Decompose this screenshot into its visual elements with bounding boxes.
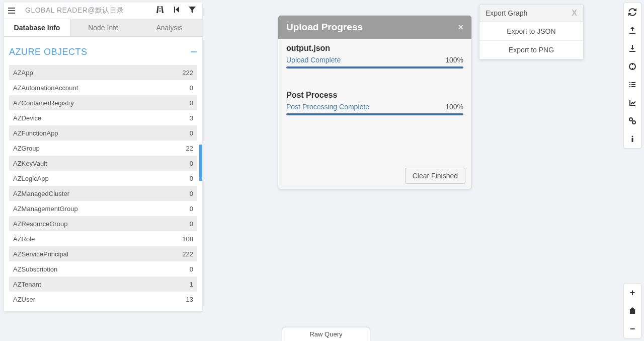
object-name: AZResourceGroup [9, 216, 158, 231]
close-icon[interactable]: × [458, 22, 463, 33]
clear-finished-button[interactable]: Clear Finished [405, 168, 465, 184]
tab-database-info[interactable]: Database Info [4, 19, 70, 36]
raw-query-toggle[interactable]: Raw Query [282, 327, 370, 341]
header-icons [156, 6, 198, 16]
download-icon[interactable] [624, 39, 641, 57]
svg-point-3 [632, 136, 633, 138]
upload-progress-fill [286, 66, 463, 69]
tab-label: Node Info [88, 24, 119, 32]
upload-status-row: Upload Complete 100% [286, 56, 463, 64]
post-status: Post Processing Complete [286, 103, 369, 111]
close-icon[interactable]: X [572, 9, 577, 18]
object-name: AZFunctionApp [9, 125, 158, 141]
upload-icon[interactable] [624, 21, 641, 39]
upload-body: output.json Upload Complete 100% Post Pr… [278, 39, 471, 163]
table-row[interactable]: AZApp222 [9, 65, 197, 80]
upload-footer: Clear Finished [278, 163, 471, 189]
filter-icon[interactable] [188, 6, 196, 16]
object-name: AZLogicApp [9, 171, 158, 186]
home-icon[interactable] [624, 302, 641, 320]
object-name: AZManagedCluster [9, 186, 158, 201]
table-row[interactable]: AZFunctionApp0 [9, 125, 197, 141]
object-name: AZManagementGroup [9, 201, 158, 216]
tab-node-info[interactable]: Node Info [70, 19, 136, 36]
export-menu-title: Export Graph [486, 9, 527, 17]
upload-progress-card: Upload Progress × output.json Upload Com… [278, 15, 472, 189]
tab-analysis[interactable]: Analysis [136, 19, 202, 36]
object-count: 1 [158, 277, 197, 292]
left-panel: GLOBAL READER@默认目录 Database Info Node In… [4, 3, 202, 311]
export-menu: Export Graph X Export to JSON Export to … [479, 4, 584, 59]
object-name: AZSubscription [9, 261, 158, 277]
collapse-icon[interactable]: − [190, 46, 197, 58]
table-row[interactable]: AZContainerRegistry0 [9, 95, 197, 110]
upload-title: Upload Progress [286, 22, 363, 33]
svg-point-2 [632, 121, 635, 124]
objects-table: AZApp222AZAutomationAccount0AZContainerR… [9, 65, 197, 307]
tab-bar: Database Info Node Info Analysis [4, 19, 202, 37]
table-row[interactable]: AZLogicApp0 [9, 171, 197, 186]
table-row[interactable]: AZSubscription0 [9, 261, 197, 277]
object-name: AZTenant [9, 277, 158, 292]
info-icon[interactable] [624, 130, 641, 148]
upload-progress-bar [286, 66, 463, 69]
upload-percent: 100% [445, 56, 463, 64]
object-name: AZKeyVault [9, 156, 158, 171]
table-row[interactable]: AZServicePrincipal222 [9, 246, 197, 261]
post-percent: 100% [445, 103, 463, 111]
section-title: AZURE OBJECTS [9, 47, 88, 57]
object-name: AZGroup [9, 141, 158, 156]
export-item-label: Export to PNG [509, 46, 554, 54]
raw-query-label: Raw Query [309, 330, 342, 338]
object-count: 0 [158, 156, 197, 171]
svg-point-1 [629, 118, 632, 121]
list-icon[interactable] [624, 76, 641, 94]
refresh-icon[interactable] [624, 3, 641, 21]
zoom-out-icon[interactable]: − [624, 320, 641, 338]
table-row[interactable]: AZTenant1 [9, 277, 197, 292]
table-row[interactable]: AZManagedCluster0 [9, 186, 197, 201]
zoom-controls: + − [623, 283, 641, 338]
section-header: AZURE OBJECTS − [4, 37, 202, 65]
upload-header: Upload Progress × [278, 16, 471, 39]
context-title: GLOBAL READER@默认目录 [25, 6, 156, 15]
change-layout-icon[interactable] [624, 57, 641, 76]
scrollbar-thumb[interactable] [199, 145, 202, 181]
object-name: AZAutomationAccount [9, 80, 158, 95]
tab-label: Database Info [14, 24, 60, 32]
chart-icon[interactable] [624, 94, 641, 112]
step-back-icon[interactable] [172, 6, 180, 16]
table-row[interactable]: AZManagementGroup0 [9, 201, 197, 216]
object-count: 22 [158, 141, 197, 156]
object-count: 0 [158, 80, 197, 95]
object-count: 0 [158, 261, 197, 277]
upload-file-name: output.json [286, 44, 463, 53]
panel-body: AZURE OBJECTS − AZApp222AZAutomationAcco… [4, 37, 202, 311]
object-count: 222 [158, 65, 197, 80]
export-png-item[interactable]: Export to PNG [479, 41, 583, 59]
object-count: 222 [158, 246, 197, 261]
panel-header: GLOBAL READER@默认目录 [4, 3, 202, 19]
right-toolbar [623, 3, 641, 149]
object-name: AZServicePrincipal [9, 246, 158, 261]
object-count: 0 [158, 95, 197, 110]
table-row[interactable]: AZKeyVault0 [9, 156, 197, 171]
table-row[interactable]: AZDevice3 [9, 110, 197, 125]
post-status-row: Post Processing Complete 100% [286, 103, 463, 111]
road-icon[interactable] [156, 6, 164, 16]
hamburger-icon[interactable] [8, 8, 18, 14]
table-row[interactable]: AZGroup22 [9, 141, 197, 156]
table-row[interactable]: AZAutomationAccount0 [9, 80, 197, 95]
object-name: AZContainerRegistry [9, 95, 158, 110]
table-row[interactable]: AZResourceGroup0 [9, 216, 197, 231]
object-count: 0 [158, 186, 197, 201]
table-row[interactable]: AZRole108 [9, 231, 197, 246]
object-count: 0 [158, 201, 197, 216]
object-count: 108 [158, 231, 197, 246]
zoom-in-icon[interactable]: + [624, 284, 641, 302]
export-json-item[interactable]: Export to JSON [479, 22, 583, 41]
table-row[interactable]: AZUser13 [9, 292, 197, 307]
settings-icon[interactable] [624, 112, 641, 130]
upload-status: Upload Complete [286, 56, 341, 64]
object-name: AZRole [9, 231, 158, 246]
